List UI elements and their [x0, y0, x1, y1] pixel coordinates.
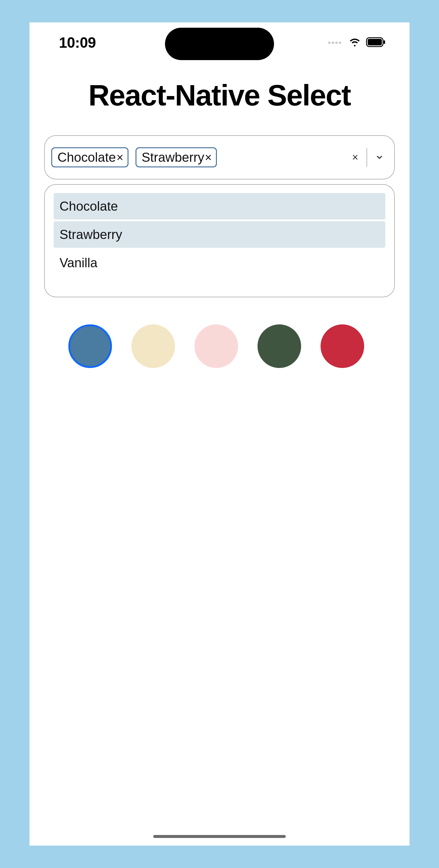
content: React-Native Select Chocolate×Strawberry… [29, 61, 410, 368]
status-bar: 10:09 [29, 22, 410, 61]
svg-rect-1 [368, 39, 382, 45]
home-indicator [153, 835, 286, 838]
phone-frame: 10:09 React-Native Select Chocolate×Stra… [29, 22, 410, 846]
status-time: 10:09 [59, 34, 96, 51]
notch [165, 28, 274, 60]
color-swatch[interactable] [320, 324, 364, 368]
chip-label: Chocolate [58, 150, 116, 165]
close-icon[interactable]: × [205, 151, 212, 163]
color-swatch[interactable] [131, 324, 175, 368]
chip[interactable]: Chocolate× [51, 147, 128, 167]
cellular-dots-icon [328, 41, 341, 44]
battery-icon [366, 37, 386, 48]
chevron-down-icon[interactable] [375, 153, 384, 161]
select-menu: ChocolateStrawberryVanilla [44, 184, 395, 297]
select-actions: × [352, 148, 388, 167]
divider [367, 148, 367, 167]
clear-button[interactable]: × [352, 151, 358, 163]
color-swatch[interactable] [257, 324, 301, 368]
wifi-icon [348, 36, 361, 50]
color-swatch[interactable] [194, 324, 238, 368]
select-chips: Chocolate×Strawberry× [51, 147, 346, 167]
select-option[interactable]: Chocolate [54, 193, 385, 219]
status-right [328, 36, 386, 50]
color-swatch[interactable] [68, 324, 112, 368]
chip[interactable]: Strawberry× [135, 147, 217, 167]
select-option[interactable]: Strawberry [54, 221, 385, 248]
select-option[interactable]: Vanilla [54, 250, 385, 276]
svg-rect-2 [384, 40, 385, 44]
page-title: React-Native Select [44, 79, 395, 112]
select-control[interactable]: Chocolate×Strawberry× × [44, 135, 395, 180]
close-icon[interactable]: × [116, 151, 123, 163]
chip-label: Strawberry [142, 150, 205, 165]
color-swatches [44, 324, 395, 368]
